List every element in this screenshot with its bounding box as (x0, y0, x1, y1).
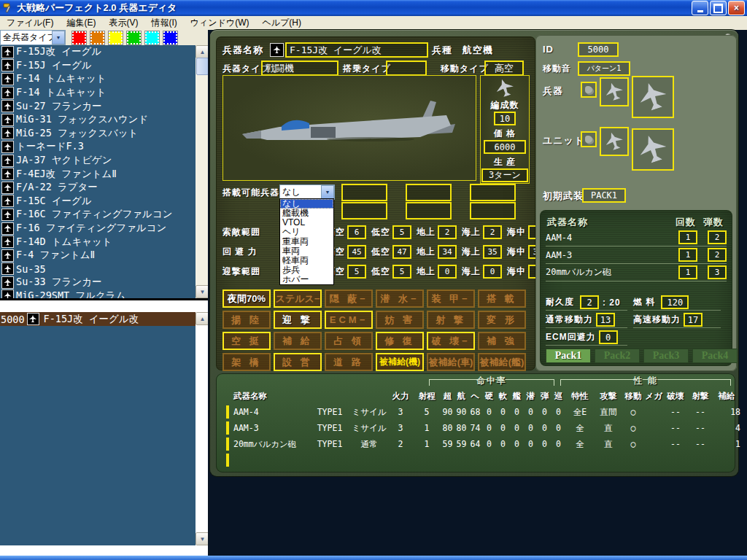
list-item[interactable]: F/A-22 ラプター (0, 181, 196, 195)
ability-button[interactable]: 空 挺 (222, 332, 271, 350)
crew-type-input[interactable] (386, 61, 427, 76)
weapon-icon-large[interactable] (632, 76, 674, 118)
color-button-5[interactable] (163, 31, 178, 45)
color-button-0[interactable] (71, 31, 87, 45)
ability-button[interactable]: 破 壊− (427, 332, 475, 350)
menu-item-1[interactable]: 編集(E) (60, 15, 102, 31)
menu-item-4[interactable]: ウィンドウ(W) (184, 15, 256, 31)
list-item[interactable]: Su-27 フランカー (0, 99, 196, 113)
move-type-input[interactable]: 高空 (484, 61, 524, 76)
stat-value-input[interactable]: 35 (483, 245, 502, 259)
ability-button[interactable]: 設 営 (274, 353, 322, 371)
list-item[interactable]: MiG-29SMT フルクラム (0, 289, 196, 300)
pack-button[interactable]: Pack2 (595, 349, 640, 363)
carry-slot-box[interactable] (470, 184, 516, 201)
ability-button[interactable]: 夜間70% (222, 289, 271, 308)
stat-value-input[interactable]: 2 (483, 225, 502, 239)
pack-button[interactable]: Pack3 (643, 349, 689, 363)
unit-icon-medium[interactable] (600, 127, 629, 156)
list-item[interactable]: Su-35 (0, 262, 196, 276)
dropdown-arrow-icon[interactable]: ▼ (321, 185, 334, 199)
list-item[interactable]: F-14 トムキャット (0, 72, 196, 86)
stat-value-input[interactable]: 5 (392, 225, 411, 239)
list-item[interactable]: トーネードF.3 (0, 140, 196, 154)
ability-button[interactable]: ステルス− (274, 289, 322, 308)
stat-value-input[interactable]: 0 (438, 265, 457, 279)
ability-button[interactable]: 被補給(車) (427, 353, 475, 371)
armament-count-input[interactable]: 1 (678, 248, 697, 262)
list-item[interactable]: F-14 トムキャット (0, 86, 196, 100)
selected-unit-row[interactable]: 5000 F-15J改 イーグル改 (0, 312, 197, 326)
weapon-type-input[interactable]: 戦闘機 (261, 61, 338, 76)
stat-value-input[interactable]: 6 (347, 225, 366, 239)
stat-value-input[interactable]: 47 (392, 245, 411, 259)
list-item[interactable]: F-15J イーグル (0, 59, 196, 73)
carry-option[interactable]: ホバー (280, 275, 333, 284)
ability-button[interactable]: 潜 水− (376, 289, 424, 308)
weapon-table-row[interactable]: AAM-4TYPE1ミサイル35909068000000全E直間○----18 (222, 404, 743, 420)
scroll-thumb[interactable] (196, 58, 208, 75)
color-button-1[interactable] (90, 31, 105, 45)
stat-value-input[interactable]: 45 (347, 245, 366, 259)
ability-button[interactable]: ECM− (325, 311, 373, 329)
move-fast-input[interactable]: 17 (684, 313, 703, 327)
minimize-button[interactable] (692, 1, 708, 15)
stat-value-input[interactable]: 34 (438, 245, 457, 259)
armament-ammo-input[interactable]: 3 (708, 265, 727, 279)
weapon-name-input[interactable]: F-15J改 イーグル改 (285, 42, 428, 58)
list-item[interactable]: F-15J改 イーグル (0, 45, 196, 59)
color-button-4[interactable] (144, 31, 160, 45)
weapon-table-row[interactable] (222, 452, 743, 468)
list-item[interactable]: F-14D トムキャット (0, 235, 196, 249)
ability-button[interactable]: 妨 害 (376, 311, 424, 329)
ability-button[interactable]: 揚 陸 (222, 311, 271, 329)
ability-button[interactable]: 架 橋 (222, 353, 271, 371)
list-item[interactable]: MiG-31 フォックスハウンド (0, 113, 196, 127)
armament-ammo-input[interactable]: 2 (708, 230, 727, 244)
selected-list-scrollbar[interactable]: ▲ ▼ (196, 312, 208, 545)
ability-button[interactable]: 変 形 (478, 311, 526, 329)
weapon-checkbox[interactable] (226, 454, 229, 467)
dropdown-arrow-icon[interactable]: ▼ (52, 31, 65, 44)
price-input[interactable]: 6000 (484, 140, 526, 154)
stat-value-input[interactable]: 0 (483, 265, 502, 279)
taskbar[interactable] (0, 556, 747, 560)
armament-ammo-input[interactable]: 2 (708, 248, 727, 262)
color-button-3[interactable] (126, 31, 142, 45)
carry-slot-box[interactable] (406, 184, 452, 201)
close-button[interactable]: × (728, 1, 745, 15)
ability-button[interactable]: 搭 載 (478, 289, 526, 308)
list-item[interactable]: JA-37 ヤクトビゲン (0, 154, 196, 168)
weapon-checkbox[interactable] (226, 405, 229, 419)
weapon-table-row[interactable]: AAM-3TYPE1ミサイル31808074000000全直○----4 (222, 420, 743, 436)
list-item[interactable]: F-15C イーグル (0, 195, 196, 209)
menu-item-5[interactable]: ヘルプ(H) (256, 15, 309, 31)
list-item[interactable]: Su-33 フランカー (0, 276, 196, 289)
stat-value-input[interactable]: 5 (347, 265, 366, 279)
id-input[interactable]: 5000 (578, 42, 619, 57)
carry-slot-box[interactable] (341, 184, 387, 201)
durability-input[interactable]: 2 (580, 295, 599, 309)
menu-item-3[interactable]: 情報(I) (144, 15, 183, 31)
scroll-down-icon[interactable]: ▼ (196, 285, 208, 298)
ability-button[interactable]: 被補給(艦) (478, 353, 526, 371)
list-item[interactable]: F-4EJ改 ファントムⅡ (0, 167, 196, 181)
move-sound-input[interactable]: パターン1 (578, 61, 630, 76)
ability-button[interactable]: 修 復 (376, 332, 424, 350)
weapon-table-row[interactable]: 20mmバルカン砲TYPE1通常21595964000000全直○----1 (222, 436, 743, 452)
ability-button[interactable]: 補 強 (478, 332, 526, 350)
restore-button[interactable] (710, 1, 727, 15)
carry-slot-box[interactable] (470, 202, 516, 219)
ability-button[interactable]: 迎 撃 (274, 311, 322, 329)
weapon-checkbox[interactable] (226, 438, 229, 451)
list-item[interactable]: F-16C ファイティングファルコン (0, 208, 196, 222)
ability-button[interactable]: 隠 蔽− (325, 289, 373, 308)
color-button-2[interactable] (108, 31, 123, 45)
ability-button[interactable]: 被補給(機) (376, 353, 424, 371)
menu-item-2[interactable]: 表示(V) (102, 15, 144, 31)
weapon-type-icon[interactable] (270, 43, 284, 57)
ability-button[interactable]: 占 領 (325, 332, 373, 350)
unit-list-scrollbar[interactable]: ▲ ▼ (196, 45, 208, 298)
pack-button[interactable]: Pack1 (546, 349, 591, 363)
pack-button[interactable]: Pack4 (692, 349, 738, 363)
